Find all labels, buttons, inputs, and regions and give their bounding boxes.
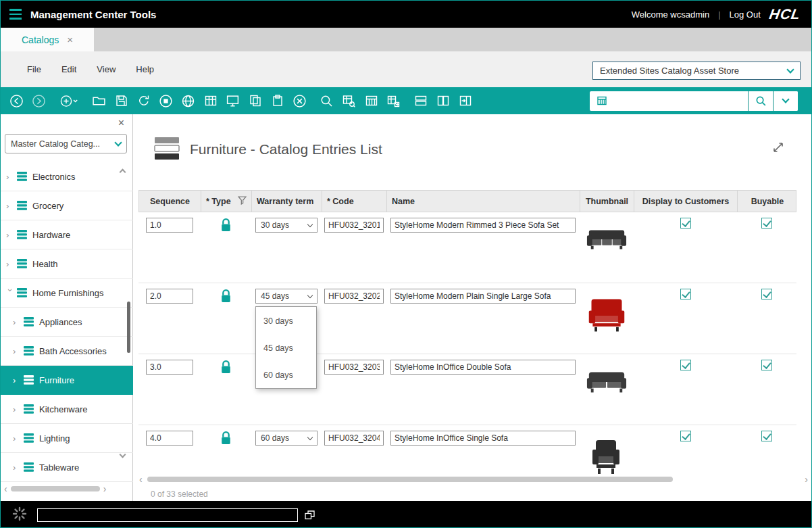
chevron-right-icon[interactable]: › (13, 346, 22, 356)
delete-button[interactable] (289, 91, 310, 111)
chevron-right-icon[interactable]: › (6, 259, 15, 269)
chevron-right-icon[interactable]: › (13, 404, 22, 414)
sidebar-item-hardware[interactable]: ›Hardware (1, 220, 133, 249)
chevron-right-icon[interactable]: › (13, 317, 22, 327)
search-options-button[interactable] (773, 91, 798, 111)
split-columns-button[interactable] (432, 91, 453, 111)
warranty-select[interactable]: 30 days (255, 218, 318, 233)
back-button[interactable] (6, 91, 27, 111)
code-input[interactable] (324, 218, 384, 233)
logout-link[interactable]: Log Out (730, 9, 761, 20)
chevron-right-icon[interactable]: › (6, 172, 15, 182)
refresh-button[interactable] (133, 91, 154, 111)
sidebar-item-health[interactable]: ›Health (1, 249, 133, 279)
split-rows-button[interactable] (410, 91, 431, 111)
tab-catalogs[interactable]: Catalogs × (1, 28, 94, 51)
store-selector-dropdown[interactable]: Extended Sites Catalog Asset Store (592, 62, 801, 80)
column-header-code[interactable]: * Code (322, 191, 387, 212)
column-header-type[interactable]: * Type (201, 191, 252, 212)
sidebar-item-electronics[interactable]: ›Electronics (1, 162, 133, 191)
sidebar-item-appliances[interactable]: ›Appliances (1, 308, 133, 337)
column-header-sequence[interactable]: Sequence (139, 191, 201, 212)
search-button[interactable] (748, 91, 773, 111)
code-input[interactable] (324, 360, 384, 375)
advanced-search-button[interactable] (316, 91, 337, 111)
create-new-button[interactable] (55, 91, 82, 111)
scrollbar-thumb[interactable] (147, 477, 673, 482)
code-input[interactable] (324, 431, 384, 446)
sequence-input[interactable] (146, 431, 193, 446)
column-header-buyable[interactable]: Buyable (738, 191, 797, 212)
warranty-select[interactable]: 45 days (255, 289, 318, 304)
name-input[interactable] (390, 289, 576, 304)
column-header-name[interactable]: Name (387, 191, 580, 212)
open-folder-button[interactable] (88, 91, 109, 111)
stop-button[interactable] (155, 91, 176, 111)
sidebar-item-kitchenware[interactable]: ›Kitchenware (1, 395, 133, 424)
scroll-left-icon[interactable]: ‹ (1, 484, 11, 494)
dock-right-button[interactable] (455, 91, 476, 111)
display-checkbox[interactable] (680, 360, 691, 370)
column-header-thumbnail[interactable]: Thumbnail (580, 191, 634, 212)
chevron-right-icon[interactable]: › (13, 375, 22, 385)
filter-funnel-icon[interactable] (238, 196, 247, 207)
tab-close-icon[interactable]: × (67, 34, 73, 45)
table-columns-button[interactable] (361, 91, 382, 111)
column-header-warranty[interactable]: Warranty term (252, 191, 322, 212)
command-input[interactable] (37, 508, 298, 522)
forward-button[interactable] (28, 91, 49, 111)
warranty-select[interactable]: 60 days (255, 431, 318, 446)
scrollbar-thumb[interactable] (11, 486, 100, 491)
hamburger-menu-icon[interactable] (1, 7, 30, 21)
copy-button[interactable] (245, 91, 265, 111)
name-input[interactable] (390, 218, 576, 233)
sequence-input[interactable] (146, 289, 193, 304)
column-header-display[interactable]: Display to Customers (634, 191, 738, 212)
sidebar-close-icon[interactable]: × (118, 118, 124, 128)
display-monitor-button[interactable] (222, 91, 243, 111)
sidebar-vertical-scrollbar[interactable] (127, 302, 130, 353)
display-checkbox[interactable] (680, 218, 691, 229)
code-input[interactable] (324, 289, 384, 304)
sequence-input[interactable] (146, 360, 193, 375)
open-console-icon[interactable] (305, 510, 315, 520)
chevron-right-icon[interactable]: › (13, 462, 22, 473)
dropdown-option-45-days[interactable]: 45 days (256, 335, 316, 362)
menu-file[interactable]: File (17, 60, 51, 78)
scroll-right-icon[interactable]: › (100, 484, 110, 494)
expand-panel-icon[interactable] (772, 141, 784, 156)
paste-button[interactable] (267, 91, 288, 111)
scroll-left-icon[interactable]: ‹ (136, 475, 146, 484)
dropdown-option-60-days[interactable]: 60 days (256, 362, 316, 389)
name-input[interactable] (390, 431, 576, 446)
sidebar-item-lighting[interactable]: ›Lighting (1, 424, 133, 453)
catalog-filter-dropdown[interactable]: Master Catalog Categ... (5, 134, 127, 153)
menu-view[interactable]: View (86, 60, 126, 78)
buyable-checkbox[interactable] (761, 289, 772, 299)
table-export-button[interactable] (383, 91, 404, 111)
chevron-expanded-icon[interactable]: › (5, 289, 16, 297)
chevron-right-icon[interactable]: › (6, 230, 15, 240)
search-input[interactable] (614, 91, 748, 111)
display-checkbox[interactable] (680, 431, 691, 441)
catalog-grid-button[interactable] (200, 91, 221, 111)
name-input[interactable] (390, 360, 576, 375)
menu-edit[interactable]: Edit (51, 60, 86, 78)
chevron-right-icon[interactable]: › (6, 201, 15, 211)
buyable-checkbox[interactable] (761, 218, 772, 229)
scroll-right-icon[interactable]: › (801, 475, 811, 484)
display-checkbox[interactable] (680, 289, 691, 299)
sidebar-item-bath-accessories[interactable]: ›Bath Accessories (1, 337, 133, 366)
sidebar-item-grocery[interactable]: ›Grocery (1, 191, 133, 220)
buyable-checkbox[interactable] (761, 431, 772, 441)
save-button[interactable] (111, 91, 132, 111)
menu-help[interactable]: Help (126, 60, 164, 78)
sidebar-item-furniture[interactable]: ›Furniture (1, 366, 133, 395)
sequence-input[interactable] (146, 218, 193, 233)
web-preview-button[interactable] (178, 91, 199, 111)
sidebar-item-home-furnishings[interactable]: ›Home Furnishings (1, 279, 133, 308)
dropdown-option-30-days[interactable]: 30 days (256, 308, 316, 335)
table-search-button[interactable] (338, 91, 359, 111)
chevron-right-icon[interactable]: › (13, 433, 22, 443)
sidebar-item-tableware[interactable]: ›Tableware (1, 453, 133, 482)
